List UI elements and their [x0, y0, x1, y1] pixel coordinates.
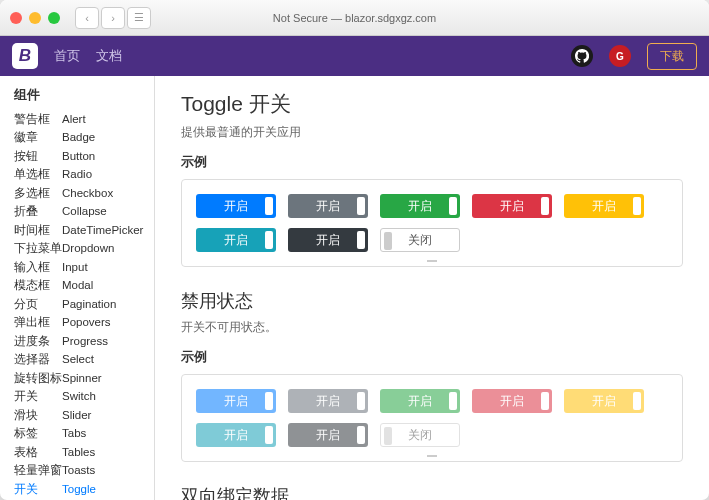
- sidebar-item-label-cn: 开关: [14, 391, 62, 403]
- browser-titlebar: ‹ › ☰ Not Secure — blazor.sdgxgz.com: [0, 0, 709, 36]
- sidebar-item-label-cn: 轻量弹窗: [14, 465, 62, 477]
- toggle-knob: [357, 231, 365, 249]
- sidebar-toggle-button[interactable]: ☰: [127, 7, 151, 29]
- main-content: Toggle 开关 提供最普通的开关应用 示例 开启开启开启开启开启开启开启关闭…: [155, 76, 709, 500]
- toggle-dark: 开启: [288, 423, 368, 447]
- sidebar-item-radio[interactable]: 单选框Radio: [14, 166, 154, 185]
- toggle-knob: [357, 197, 365, 215]
- toggle-success[interactable]: 开启: [380, 194, 460, 218]
- toggle-secondary[interactable]: 开启: [288, 194, 368, 218]
- sidebar-item-label-en: DateTimePicker: [62, 225, 143, 237]
- toggle-secondary: 开启: [288, 389, 368, 413]
- example-heading-2: 示例: [181, 348, 683, 366]
- sidebar-item-label-en: Alert: [62, 114, 86, 126]
- sidebar-item-label-en: Spinner: [62, 373, 102, 385]
- sidebar-item-alert[interactable]: 警告框Alert: [14, 110, 154, 129]
- sidebar-item-tables[interactable]: 表格Tables: [14, 443, 154, 462]
- toggle-label: 关闭: [408, 232, 432, 249]
- sidebar-item-datetimepicker[interactable]: 时间框DateTimePicker: [14, 221, 154, 240]
- sidebar-item-label-en: Input: [62, 262, 88, 274]
- example-card-2: 开启开启开启开启开启开启开启关闭: [181, 374, 683, 462]
- example-heading-1: 示例: [181, 153, 683, 171]
- sidebar-item-label-cn: 模态框: [14, 280, 62, 292]
- toggle-knob: [265, 392, 273, 410]
- sidebar-item-label-en: Toasts: [62, 465, 95, 477]
- sidebar-item-label-en: Tabs: [62, 428, 86, 440]
- toggle-knob: [357, 426, 365, 444]
- github-icon[interactable]: [571, 45, 593, 67]
- address-bar[interactable]: Not Secure — blazor.sdgxgz.com: [273, 12, 436, 24]
- app-header: B 首页 文档 G 下载: [0, 36, 709, 76]
- toggle-warning[interactable]: 开启: [564, 194, 644, 218]
- toggle-primary: 开启: [196, 389, 276, 413]
- sidebar-item-toggle[interactable]: 开关Toggle: [14, 480, 154, 499]
- sidebar-item-badge[interactable]: 徽章Badge: [14, 129, 154, 148]
- forward-button[interactable]: ›: [101, 7, 125, 29]
- nav-docs[interactable]: 文档: [96, 47, 122, 65]
- sidebar-item-input[interactable]: 输入框Input: [14, 258, 154, 277]
- toggle-knob: [384, 232, 392, 250]
- gitee-icon[interactable]: G: [609, 45, 631, 67]
- back-button[interactable]: ‹: [75, 7, 99, 29]
- toggle-label: 开启: [500, 393, 524, 410]
- toggle-label: 关闭: [408, 427, 432, 444]
- toggle-warning: 开启: [564, 389, 644, 413]
- logo[interactable]: B: [12, 43, 38, 69]
- sidebar-item-label-en: Pagination: [62, 299, 116, 311]
- toggle-label: 开启: [592, 393, 616, 410]
- sidebar-item-label-en: Collapse: [62, 206, 107, 218]
- sidebar-item-modal[interactable]: 模态框Modal: [14, 277, 154, 296]
- page-subtitle: 提供最普通的开关应用: [181, 124, 683, 141]
- toggle-knob: [633, 197, 641, 215]
- sidebar-item-label-en: Dropdown: [62, 243, 114, 255]
- maximize-window-button[interactable]: [48, 12, 60, 24]
- sidebar-item-label-en: Modal: [62, 280, 93, 292]
- sidebar-item-dropdown[interactable]: 下拉菜单Dropdown: [14, 240, 154, 259]
- sidebar-item-select[interactable]: 选择器Select: [14, 351, 154, 370]
- toggle-dark[interactable]: 开启: [288, 228, 368, 252]
- nav-home[interactable]: 首页: [54, 47, 80, 65]
- sidebar-item-label-en: Popovers: [62, 317, 111, 329]
- sidebar-item-progress[interactable]: 进度条Progress: [14, 332, 154, 351]
- toggle-label: 开启: [224, 427, 248, 444]
- sidebar-item-label-en: Slider: [62, 410, 91, 422]
- toggle-knob: [633, 392, 641, 410]
- sidebar-item-popovers[interactable]: 弹出框Popovers: [14, 314, 154, 333]
- sidebar-item-label-en: Badge: [62, 132, 95, 144]
- sidebar-item-label-cn: 单选框: [14, 169, 62, 181]
- toggle-off[interactable]: 关闭: [380, 228, 460, 252]
- sidebar-item-slider[interactable]: 滑块Slider: [14, 406, 154, 425]
- toggle-info[interactable]: 开启: [196, 228, 276, 252]
- sidebar-item-checkbox[interactable]: 多选框Checkbox: [14, 184, 154, 203]
- toggle-off: 关闭: [380, 423, 460, 447]
- sidebar-item-label-cn: 折叠: [14, 206, 62, 218]
- sidebar-item-label-en: Checkbox: [62, 188, 113, 200]
- sidebar-item-switch[interactable]: 开关Switch: [14, 388, 154, 407]
- toggle-primary[interactable]: 开启: [196, 194, 276, 218]
- sidebar-item-pagination[interactable]: 分页Pagination: [14, 295, 154, 314]
- sidebar-item-label-en: Progress: [62, 336, 108, 348]
- section-disabled-title: 禁用状态: [181, 289, 683, 313]
- sidebar-title: 组件: [14, 86, 154, 104]
- toggle-knob: [357, 392, 365, 410]
- minimize-window-button[interactable]: [29, 12, 41, 24]
- toggle-knob: [265, 231, 273, 249]
- sidebar-item-label-en: Radio: [62, 169, 92, 181]
- sidebar-item-spinner[interactable]: 旋转图标Spinner: [14, 369, 154, 388]
- toggle-info: 开启: [196, 423, 276, 447]
- example-card-1: 开启开启开启开启开启开启开启关闭: [181, 179, 683, 267]
- sidebar-item-tabs[interactable]: 标签Tabs: [14, 425, 154, 444]
- sidebar-item-label-cn: 时间框: [14, 225, 62, 237]
- sidebar-item-toasts[interactable]: 轻量弹窗Toasts: [14, 462, 154, 481]
- sidebar-item-label-cn: 多选框: [14, 188, 62, 200]
- sidebar-item-button[interactable]: 按钮Button: [14, 147, 154, 166]
- toggle-label: 开启: [592, 198, 616, 215]
- sidebar-item-collapse[interactable]: 折叠Collapse: [14, 203, 154, 222]
- close-window-button[interactable]: [10, 12, 22, 24]
- toggle-danger[interactable]: 开启: [472, 194, 552, 218]
- section-binding-title: 双向绑定数据: [181, 484, 683, 500]
- traffic-lights: [10, 12, 60, 24]
- sidebar-item-label-cn: 进度条: [14, 336, 62, 348]
- toggle-label: 开启: [500, 198, 524, 215]
- download-button[interactable]: 下载: [647, 43, 697, 70]
